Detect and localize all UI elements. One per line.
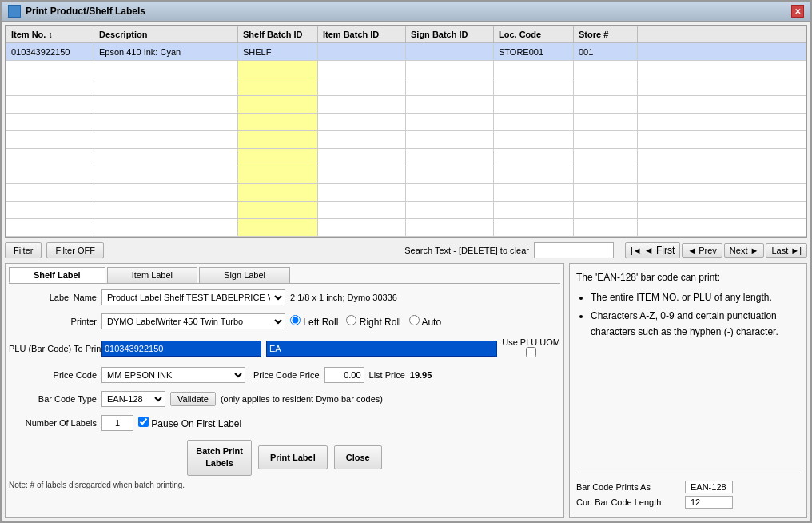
table-row[interactable] xyxy=(6,219,806,237)
table-cell[interactable] xyxy=(318,61,406,78)
table-cell[interactable] xyxy=(574,202,638,219)
table-cell[interactable] xyxy=(574,61,638,78)
table-row[interactable] xyxy=(6,61,806,78)
table-cell[interactable] xyxy=(6,202,94,219)
col-item-batch[interactable]: Item Batch ID xyxy=(318,26,406,43)
col-store[interactable]: Store # xyxy=(574,26,638,43)
table-cell[interactable] xyxy=(574,131,638,149)
col-loc-code[interactable]: Loc. Code xyxy=(494,26,574,43)
table-cell[interactable] xyxy=(638,131,806,149)
table-cell[interactable] xyxy=(318,166,406,184)
filter-off-button[interactable]: Filter OFF xyxy=(46,242,104,258)
table-cell[interactable] xyxy=(6,219,94,237)
table-cell[interactable]: 001 xyxy=(574,43,638,61)
batch-print-button[interactable]: Batch PrintLabels xyxy=(187,440,252,476)
right-roll-label[interactable]: Right Roll xyxy=(346,315,400,328)
table-cell[interactable] xyxy=(94,149,238,166)
table-cell[interactable] xyxy=(318,114,406,131)
tab-sign[interactable]: Sign Label xyxy=(199,267,290,283)
label-name-select[interactable]: Product Label Shelf TEST LABELPRICE V1 5… xyxy=(102,289,285,305)
left-roll-radio[interactable] xyxy=(290,315,301,325)
price-code-price-input[interactable] xyxy=(324,367,364,383)
table-cell[interactable] xyxy=(638,96,806,114)
table-cell[interactable] xyxy=(238,149,318,166)
table-cell[interactable] xyxy=(6,166,94,184)
close-button[interactable]: Close xyxy=(334,445,382,469)
table-cell[interactable] xyxy=(406,43,494,61)
table-row[interactable] xyxy=(6,96,806,114)
table-row[interactable]: 010343922150Epson 410 Ink: CyanSHELFSTOR… xyxy=(6,43,806,61)
table-cell[interactable]: 010343922150 xyxy=(6,43,94,61)
pause-on-first-label[interactable]: Pause On First Label xyxy=(138,417,241,429)
table-row[interactable] xyxy=(6,184,806,202)
table-cell[interactable] xyxy=(494,149,574,166)
table-cell[interactable] xyxy=(638,114,806,131)
table-cell[interactable] xyxy=(318,202,406,219)
col-description[interactable]: Description xyxy=(94,26,238,43)
table-cell[interactable] xyxy=(6,96,94,114)
use-plu-uom-checkbox[interactable] xyxy=(526,347,536,357)
table-cell[interactable] xyxy=(406,96,494,114)
table-cell[interactable] xyxy=(94,202,238,219)
table-row[interactable] xyxy=(6,202,806,219)
validate-button[interactable]: Validate xyxy=(170,392,216,406)
price-code-select[interactable]: MM EPSON INK xyxy=(102,367,245,383)
table-cell[interactable] xyxy=(574,114,638,131)
table-cell[interactable] xyxy=(638,166,806,184)
table-cell[interactable] xyxy=(94,61,238,78)
table-cell[interactable] xyxy=(238,184,318,202)
table-cell[interactable] xyxy=(94,184,238,202)
table-cell[interactable]: Epson 410 Ink: Cyan xyxy=(94,43,238,61)
table-cell[interactable] xyxy=(574,149,638,166)
tab-item[interactable]: Item Label xyxy=(107,267,197,283)
table-cell[interactable] xyxy=(574,96,638,114)
table-row[interactable] xyxy=(6,131,806,149)
table-cell[interactable] xyxy=(6,149,94,166)
table-cell[interactable] xyxy=(494,131,574,149)
nav-next-button[interactable]: Next ► xyxy=(724,243,765,258)
table-cell[interactable] xyxy=(238,96,318,114)
table-row[interactable] xyxy=(6,166,806,184)
table-cell[interactable] xyxy=(406,61,494,78)
table-cell[interactable] xyxy=(638,219,806,237)
table-cell[interactable]: STORE001 xyxy=(494,43,574,61)
table-cell[interactable] xyxy=(638,78,806,96)
auto-label[interactable]: Auto xyxy=(409,315,441,328)
nav-last-button[interactable]: Last ►| xyxy=(766,243,807,258)
table-cell[interactable] xyxy=(494,219,574,237)
table-cell[interactable] xyxy=(6,131,94,149)
table-cell[interactable] xyxy=(238,202,318,219)
auto-radio[interactable] xyxy=(409,315,420,325)
table-row[interactable] xyxy=(6,149,806,166)
nav-first-button[interactable]: |◄ ◄ First xyxy=(625,242,680,258)
table-cell[interactable] xyxy=(94,166,238,184)
table-cell[interactable] xyxy=(94,219,238,237)
table-cell[interactable] xyxy=(638,43,806,61)
search-input[interactable] xyxy=(534,242,614,258)
right-roll-radio[interactable] xyxy=(346,315,356,325)
num-labels-input[interactable] xyxy=(102,415,133,431)
table-cell[interactable] xyxy=(494,184,574,202)
col-shelf-batch[interactable]: Shelf Batch ID xyxy=(238,26,318,43)
table-cell[interactable] xyxy=(574,219,638,237)
table-cell[interactable] xyxy=(574,184,638,202)
table-cell[interactable] xyxy=(94,96,238,114)
table-cell[interactable] xyxy=(94,114,238,131)
table-row[interactable] xyxy=(6,114,806,131)
plu-input[interactable]: 010343922150 xyxy=(102,341,261,357)
col-item-no[interactable]: Item No. ↕ xyxy=(6,26,94,43)
table-cell[interactable] xyxy=(638,202,806,219)
table-cell[interactable] xyxy=(574,166,638,184)
table-cell[interactable] xyxy=(6,61,94,78)
table-cell[interactable] xyxy=(318,149,406,166)
table-cell[interactable] xyxy=(494,202,574,219)
table-cell[interactable] xyxy=(494,61,574,78)
table-cell[interactable] xyxy=(638,149,806,166)
table-cell[interactable] xyxy=(406,149,494,166)
table-cell[interactable] xyxy=(574,78,638,96)
table-cell[interactable] xyxy=(318,96,406,114)
table-row[interactable] xyxy=(6,78,806,96)
table-cell[interactable] xyxy=(6,114,94,131)
table-cell[interactable] xyxy=(238,114,318,131)
table-cell[interactable] xyxy=(406,219,494,237)
